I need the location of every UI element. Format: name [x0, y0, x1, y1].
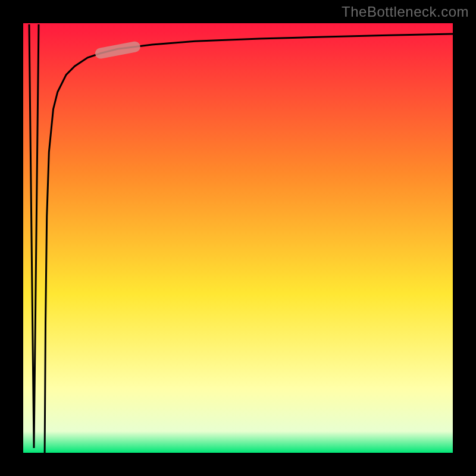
- gradient-background: [23, 23, 453, 453]
- attribution-text: TheBottleneck.com: [342, 4, 469, 20]
- axis-frame: [0, 453, 476, 476]
- axis-frame: [453, 0, 476, 476]
- curve-marker: [101, 47, 135, 54]
- axis-frame: [0, 0, 23, 476]
- chart-svg: [0, 0, 476, 476]
- chart-container: TheBottleneck.com: [0, 0, 476, 476]
